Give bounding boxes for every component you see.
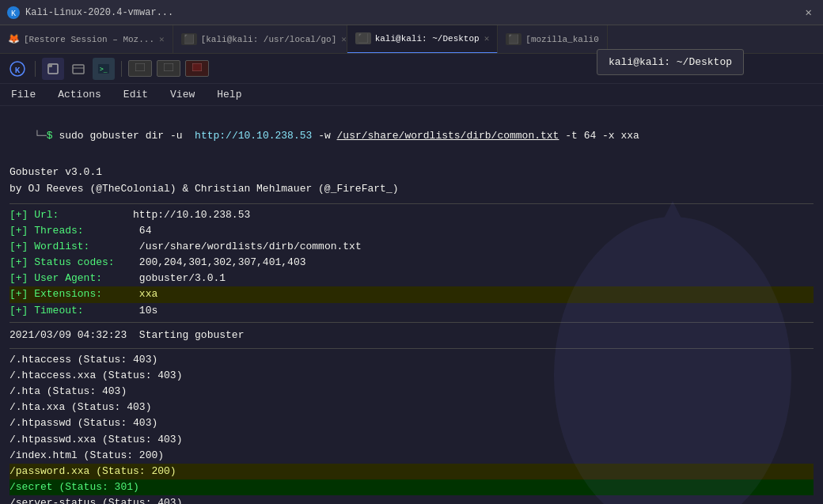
- kali-dragon-icon: K: [6, 6, 21, 20]
- config-timeout: [+] Timeout: 10s: [9, 303, 814, 319]
- command-text: sudo gobuster dir -u http://10.10.238.53…: [53, 130, 639, 142]
- separator2: [121, 61, 122, 77]
- window-btn-2[interactable]: [157, 60, 180, 77]
- terminal-icon: ⬛: [181, 33, 197, 45]
- result-htaccess-xxa: /.htaccess.xxa (Status: 403): [9, 368, 814, 384]
- command-prompt-line: └─$ sudo gobuster dir -u http://10.10.23…: [9, 112, 814, 160]
- tab-close-icon[interactable]: ✕: [484, 33, 490, 44]
- menu-actions[interactable]: Actions: [53, 87, 106, 102]
- result-htaccess: /.htaccess (Status: 403): [9, 352, 814, 368]
- tooltip-text: kali@kali: ~/Desktop: [609, 56, 732, 68]
- firefox-icon: 🦊: [8, 33, 20, 45]
- tab-label: [kali@kali: /usr/local/go]: [201, 35, 337, 44]
- svg-rect-6: [73, 65, 84, 74]
- divider3: [9, 348, 814, 349]
- config-status-codes: [+] Status codes: 200,204,301,302,307,40…: [9, 255, 814, 271]
- terminal-icon: ⬛: [506, 33, 521, 45]
- tab-go[interactable]: ⬛ [kali@kali: /usr/local/go] ✕: [173, 25, 347, 54]
- prompt-symbol: $: [47, 130, 53, 142]
- divider2: [9, 322, 814, 323]
- prompt-prefix: └─: [34, 130, 47, 142]
- window-title: Kali-Linux-2020.4-vmwar...: [25, 7, 801, 18]
- result-index: /index.html (Status: 200): [9, 448, 814, 464]
- config-user-agent: [+] User Agent: gobuster/3.0.1: [9, 271, 814, 286]
- divider1: [9, 203, 814, 204]
- result-htpasswd-xxa: /.htpasswd.xxa (Status: 403): [9, 432, 814, 448]
- svg-text:K: K: [15, 66, 21, 75]
- tab-label: [mozilla_kali0: [525, 35, 598, 44]
- browser-icon[interactable]: [67, 58, 89, 80]
- result-server-status: /server-status (Status: 403): [9, 495, 814, 504]
- menu-view[interactable]: View: [165, 87, 199, 102]
- window-btn-3[interactable]: [185, 60, 209, 77]
- svg-rect-12: [192, 63, 202, 71]
- close-button[interactable]: ✕: [801, 4, 817, 21]
- kali-menu-icon[interactable]: K: [6, 58, 28, 80]
- tab-desktop[interactable]: ⬛ kali@kali: ~/Desktop ✕: [347, 25, 499, 54]
- svg-text:>_: >_: [100, 66, 108, 73]
- svg-rect-10: [135, 63, 145, 71]
- terminal-taskbar-icon[interactable]: >_: [93, 58, 115, 80]
- gobuster-version: Gobuster v3.0.1: [9, 165, 814, 180]
- window-btn-1[interactable]: [128, 60, 152, 77]
- menubar: File Actions Edit View Help: [0, 84, 823, 106]
- config-extensions: [+] Extensions: xxa: [9, 286, 814, 302]
- result-hta-xxa: /.hta.xxa (Status: 403): [9, 400, 814, 415]
- svg-rect-5: [48, 64, 52, 67]
- menu-edit[interactable]: Edit: [119, 87, 153, 102]
- config-threads: [+] Threads: 64: [9, 223, 814, 239]
- terminal[interactable]: └─$ sudo gobuster dir -u http://10.10.23…: [0, 106, 823, 504]
- result-hta: /.hta (Status: 403): [9, 384, 814, 400]
- terminal-icon: ⬛: [355, 32, 371, 44]
- svg-text:K: K: [11, 9, 16, 18]
- tab-mozilla[interactable]: ⬛ [mozilla_kali0: [498, 25, 607, 54]
- separator: [35, 61, 36, 77]
- tooltip: kali@kali: ~/Desktop: [597, 49, 744, 75]
- tab-restore-session[interactable]: 🦊 [Restore Session – Moz... ✕: [0, 25, 173, 54]
- config-url: [+] Url: http://10.10.238.53: [9, 207, 814, 223]
- gobuster-author: by OJ Reeves (@TheColonial) & Christian …: [9, 181, 814, 197]
- menu-file[interactable]: File: [6, 87, 40, 102]
- result-htpasswd: /.htpasswd (Status: 403): [9, 415, 814, 431]
- svg-rect-11: [164, 63, 173, 71]
- titlebar: K Kali-Linux-2020.4-vmwar... ✕: [0, 0, 823, 25]
- tab-close-icon[interactable]: ✕: [341, 34, 347, 44]
- files-icon[interactable]: [42, 58, 64, 80]
- result-secret: /secret (Status: 301): [9, 479, 814, 495]
- tab-close-icon[interactable]: ✕: [159, 34, 165, 44]
- result-password-xxa: /password.xxa (Status: 200): [9, 464, 814, 479]
- tab-label: kali@kali: ~/Desktop: [375, 34, 480, 44]
- tab-label: [Restore Session – Moz...: [24, 35, 154, 44]
- start-line: 2021/03/09 04:32:23 Starting gobuster: [9, 328, 814, 343]
- menu-help[interactable]: Help: [212, 87, 246, 102]
- config-wordlist: [+] Wordlist: /usr/share/wordlists/dirb/…: [9, 239, 814, 255]
